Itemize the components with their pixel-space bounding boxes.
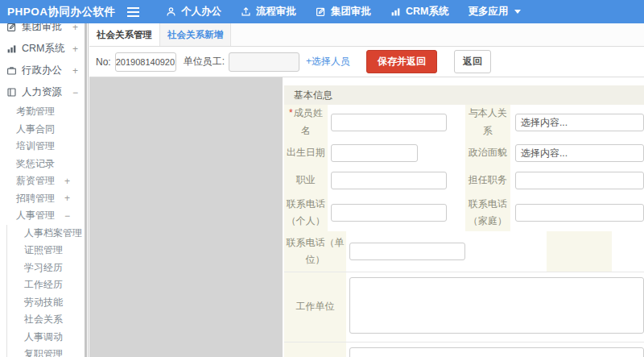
sidebar-item[interactable]: 证照管理 bbox=[6, 242, 88, 259]
form-row: 职业 担任职务 bbox=[284, 166, 644, 194]
back-button[interactable]: 返回 bbox=[454, 50, 491, 73]
sidebar-item[interactable]: 人力资源 − bbox=[0, 81, 88, 103]
nav-process-approval[interactable]: 流程审批 bbox=[231, 0, 306, 23]
field-label: 职业 bbox=[284, 166, 328, 194]
briefcase-icon bbox=[6, 65, 17, 76]
form-row: 联系电话（个人） 联系电话（家庭） bbox=[284, 194, 644, 231]
employee-input[interactable] bbox=[229, 52, 299, 72]
sidebar-item[interactable]: 人事档案管理 bbox=[6, 225, 88, 243]
sidebar-item[interactable]: 学习经历 bbox=[6, 259, 88, 277]
form-row: *成员姓名 与本人关系 选择内容... bbox=[284, 105, 644, 139]
sidebar-item[interactable]: 行政办公 + bbox=[0, 60, 88, 81]
work-unit-textarea[interactable] bbox=[349, 277, 644, 334]
nav-personal-office[interactable]: 个人办公 bbox=[156, 0, 231, 23]
tab-social-relation-manage[interactable]: 社会关系管理 bbox=[89, 23, 160, 46]
save-return-button[interactable]: 保存并返回 bbox=[366, 50, 437, 73]
sidebar-item[interactable]: 工作经历 bbox=[6, 276, 88, 294]
tab-bar: 社会关系管理 社会关系新增 bbox=[89, 23, 644, 47]
nav-more-apps[interactable]: 更多应用 bbox=[458, 0, 530, 23]
political-status-select[interactable]: 选择内容... bbox=[515, 144, 644, 162]
tab-social-relation-new[interactable]: 社会关系新增 bbox=[160, 23, 231, 46]
phone-work-input[interactable] bbox=[349, 243, 465, 260]
sidebar-item[interactable]: 社会关系 bbox=[6, 311, 88, 329]
phone-personal-input[interactable] bbox=[331, 204, 447, 222]
sidebar-item[interactable]: CRM系统 + bbox=[0, 38, 88, 60]
app-window: PHPOA协同办公软件 个人办公 流程审批 集团审批 bbox=[0, 0, 644, 357]
phone-home-input[interactable] bbox=[515, 204, 644, 222]
book-icon bbox=[6, 87, 17, 98]
field-label: 政治面貌 bbox=[465, 139, 510, 166]
form-row: 工作单位 bbox=[284, 272, 644, 342]
occupation-input[interactable] bbox=[331, 172, 447, 189]
form-row bbox=[284, 342, 644, 357]
sidebar-item[interactable]: 人事合同 bbox=[0, 121, 88, 139]
menu-toggle-button[interactable] bbox=[121, 0, 145, 23]
birth-date-input[interactable] bbox=[331, 144, 418, 162]
field-label: 与本人关系 bbox=[465, 105, 510, 139]
field-label bbox=[547, 231, 612, 272]
field-label: 担任职务 bbox=[465, 166, 510, 194]
no-input[interactable] bbox=[115, 52, 176, 72]
expand-toggle-icon: + bbox=[64, 193, 70, 204]
form-toolbar: No: 单位员工: +选择人员 保存并返回 返回 bbox=[89, 47, 644, 77]
content-area: 基本信息 *成员姓名 与本人关系 选择内容... 出生日期 政治面貌 选择内容.… bbox=[89, 77, 644, 357]
edit-icon bbox=[316, 6, 326, 17]
sidebar-item[interactable]: 复职管理 bbox=[6, 346, 88, 357]
choose-person-link[interactable]: +选择人员 bbox=[306, 55, 350, 68]
field-label: 出生日期 bbox=[284, 139, 328, 166]
flow-icon bbox=[241, 6, 251, 17]
field-label: *成员姓名 bbox=[284, 105, 328, 139]
expand-toggle-icon: + bbox=[72, 44, 78, 55]
field-label: 联系电话（个人） bbox=[284, 194, 328, 231]
sidebar-item[interactable]: 培训管理 bbox=[0, 138, 88, 156]
expand-toggle-icon: + bbox=[64, 176, 70, 187]
position-input[interactable] bbox=[515, 172, 644, 189]
expand-toggle-icon: − bbox=[64, 210, 70, 222]
no-label: No: bbox=[96, 56, 111, 68]
relation-select[interactable]: 选择内容... bbox=[515, 114, 644, 131]
chart-icon bbox=[390, 6, 401, 17]
field-label: 联系电话（单位） bbox=[284, 231, 346, 272]
extra-textarea[interactable] bbox=[349, 347, 644, 357]
sidebar-item[interactable]: 人事管理 − bbox=[0, 207, 88, 225]
sidebar-item[interactable]: 考勤管理 bbox=[0, 103, 88, 121]
field-label bbox=[284, 342, 346, 357]
sidebar-item[interactable]: 招聘管理 + bbox=[0, 190, 88, 208]
edit-square-icon bbox=[6, 23, 17, 32]
field-label: 工作单位 bbox=[284, 272, 346, 342]
expand-toggle-icon: − bbox=[72, 87, 78, 98]
sidebar: 集团审批 + CRM系统 + 行政办公 + 人力资源 − 考勤管理 人事合同 培… bbox=[0, 23, 89, 357]
sidebar-scrollbar[interactable] bbox=[85, 23, 87, 357]
required-mark: * bbox=[289, 107, 293, 118]
sidebar-item[interactable]: 奖惩记录 bbox=[0, 156, 88, 173]
expand-toggle-icon: + bbox=[72, 65, 78, 77]
form-panel: 基本信息 *成员姓名 与本人关系 选择内容... 出生日期 政治面貌 选择内容.… bbox=[283, 77, 644, 357]
sidebar-item[interactable]: 集团审批 + bbox=[0, 23, 88, 38]
nav-group-approval[interactable]: 集团审批 bbox=[306, 0, 381, 23]
section-title: 基本信息 bbox=[284, 85, 644, 105]
sidebar-item[interactable]: 人事调动 bbox=[6, 329, 88, 347]
topbar: PHPOA协同办公软件 个人办公 流程审批 集团审批 bbox=[0, 0, 644, 23]
sidebar-menu: 集团审批 + CRM系统 + 行政办公 + 人力资源 − 考勤管理 人事合同 培… bbox=[0, 23, 88, 357]
form-row: 出生日期 政治面貌 选择内容... bbox=[284, 139, 644, 166]
expand-toggle-icon: + bbox=[72, 23, 78, 33]
field-label: 联系电话（家庭） bbox=[465, 194, 510, 231]
caret-down-icon bbox=[514, 10, 521, 14]
user-icon bbox=[166, 6, 176, 17]
sidebar-item[interactable]: 劳动技能 bbox=[6, 294, 88, 312]
app-brand: PHPOA协同办公软件 bbox=[0, 5, 121, 19]
main-area: 社会关系管理 社会关系新增 No: 单位员工: +选择人员 保存并返回 返回 基… bbox=[89, 23, 644, 357]
sidebar-item[interactable]: 薪资管理 + bbox=[0, 172, 88, 190]
nav-crm-system[interactable]: CRM系统 bbox=[381, 0, 458, 23]
form-row: 联系电话（单位） bbox=[284, 231, 644, 272]
member-name-input[interactable] bbox=[331, 114, 447, 131]
bar-chart-icon bbox=[6, 44, 17, 54]
employee-label: 单位员工: bbox=[184, 55, 225, 68]
